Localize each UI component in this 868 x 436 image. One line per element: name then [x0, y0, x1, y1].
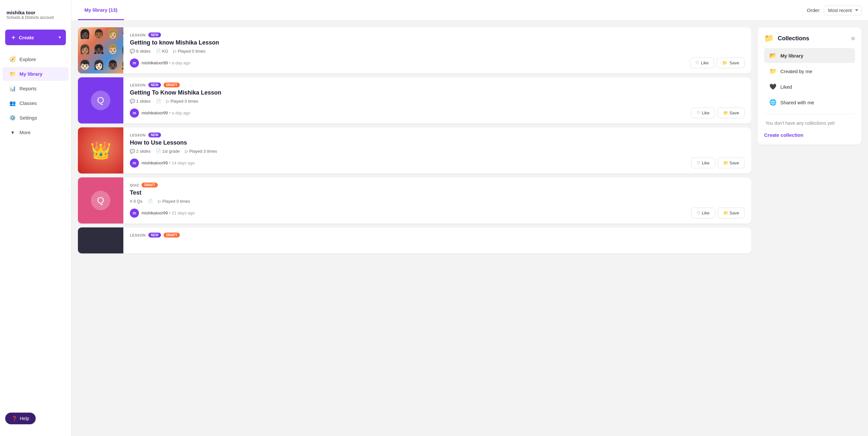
collections-title: Collections — [778, 35, 847, 42]
lesson-thumbnail: Q — [78, 177, 123, 224]
like-button[interactable]: ♡ Like — [690, 58, 714, 68]
collection-nav-label: Created by me — [780, 68, 812, 74]
badge-draft: DRAFT — [142, 182, 158, 187]
footer-actions: ♡ Like 📁 Save — [691, 108, 745, 118]
lesson-title: Getting To Know Mishika Lesson — [130, 89, 745, 96]
avatar: m — [130, 58, 139, 67]
create-button[interactable]: ＋ Create ▾ — [5, 30, 66, 45]
avatar: m — [130, 158, 139, 168]
like-button[interactable]: ♡ Like — [691, 108, 715, 118]
sidebar-item-classes[interactable]: 👥 Classes — [3, 96, 68, 110]
like-button[interactable]: ♡ Like — [691, 208, 715, 218]
open-folder-icon: 📂 — [769, 52, 776, 59]
lesson-meta: 💬 2 slides 📄 1st grade ▷ Played 3 times — [130, 149, 745, 154]
sidebar-item-label: Classes — [20, 100, 37, 106]
badge-new: NEW — [148, 233, 161, 237]
badge-new: NEW — [148, 133, 161, 138]
collection-nav-liked[interactable]: 🖤 Liked — [764, 79, 855, 94]
save-button[interactable]: 📁 Save — [718, 157, 745, 168]
question-icon: ❓ — [12, 416, 17, 421]
sidebar-item-my-library[interactable]: 📁 My library — [3, 67, 68, 81]
user-name: mishika toor — [6, 10, 65, 15]
table-row: Q LESSON NEW DRAFT Getting To Know Mishi… — [78, 77, 751, 123]
lesson-type: LESSON — [130, 33, 146, 37]
footer-actions: ♡ Like 📁 Save — [690, 58, 745, 68]
settings-icon: ⚙️ — [9, 115, 16, 121]
library-icon: 📁 — [9, 71, 16, 77]
collection-nav-shared-with-me[interactable]: 🌐 Shared with me — [764, 95, 855, 110]
lesson-body: QUIZ DRAFT Test ≡ 0 Qs 📄 ▷ Played 0 time… — [123, 177, 751, 224]
tab-my-library[interactable]: My library (13) — [78, 1, 124, 20]
lesson-type-row: LESSON NEW DRAFT — [130, 83, 745, 87]
collection-nav-label: Shared with me — [780, 100, 814, 105]
sidebar-item-explore[interactable]: 🧭 Explore — [3, 52, 68, 66]
like-button[interactable]: ♡ Like — [691, 157, 715, 168]
sidebar-item-reports[interactable]: 📊 Reports — [3, 82, 68, 95]
author-name: mishikatoor99 — [142, 60, 168, 65]
lesson-type: LESSON — [130, 133, 146, 137]
slides-count: 💬 2 slides — [130, 149, 151, 154]
crown-illustration: 👑 — [90, 141, 111, 161]
help-label: Help — [20, 416, 29, 421]
time-ago: • a day ago — [169, 111, 190, 115]
chevron-down-icon[interactable]: ⊙ — [851, 36, 855, 41]
order-select[interactable]: Most recent Oldest A-Z Z-A — [824, 5, 862, 15]
sidebar-item-label: Reports — [20, 86, 37, 91]
save-button[interactable]: 📁 Save — [718, 108, 745, 118]
avatar: m — [130, 109, 139, 118]
save-button[interactable]: 📁 Save — [717, 58, 745, 68]
lesson-type-row: LESSON NEW — [130, 32, 745, 37]
collection-nav-label: Liked — [780, 84, 792, 90]
user-info: mishika toor Schools & Districts account — [0, 6, 71, 26]
collection-nav-my-library[interactable]: 📂 My library — [764, 48, 855, 63]
time-ago: • 14 days ago — [169, 161, 195, 165]
lesson-thumbnail: 👩🏿 👨🏾 👩🏼 👨🏻 👩🏽 👧🏿 👨🏼 👩🏾 👦🏻 👩🏻 👨🏿 👧🏽 — [78, 27, 123, 74]
save-button[interactable]: 📁 Save — [718, 208, 745, 218]
create-collection-link[interactable]: Create collection — [764, 132, 803, 138]
slides-count: 💬 1 slides — [130, 99, 151, 104]
played-count: ▷ Played 0 times — [158, 199, 190, 204]
grade-level: 📄 — [148, 199, 153, 204]
time-ago: • a day ago — [169, 60, 190, 65]
table-row: LESSON NEW DRAFT — [78, 227, 751, 254]
footer-actions: ♡ Like 📁 Save — [691, 208, 745, 218]
lesson-footer: m mishikatoor99 • 21 days ago ♡ Like 📁 S… — [130, 208, 745, 218]
qs-count: ≡ 0 Qs — [130, 199, 143, 204]
sidebar: mishika toor Schools & Districts account… — [0, 0, 71, 436]
lesson-meta: 💬 1 slides 📄 ▷ Played 0 times — [130, 99, 745, 104]
sidebar-bottom: ❓ Help — [0, 407, 71, 430]
author-name: mishikatoor99 — [142, 161, 168, 165]
lesson-thumbnail: Q — [78, 77, 123, 123]
sidebar-item-settings[interactable]: ⚙️ Settings — [3, 111, 68, 125]
quizz-logo-icon: Q — [91, 191, 111, 210]
grade-level: 📄 — [156, 99, 161, 104]
collection-nav-created-by-me[interactable]: 📁 Created by me — [764, 64, 855, 79]
lesson-footer: m mishikatoor99 • a day ago ♡ Like 📁 Sav… — [130, 108, 745, 118]
header-tabs: My library (13) Order: Most recent Oldes… — [71, 0, 868, 21]
collections-empty-text: You don't have any collections yet! — [764, 118, 855, 128]
sidebar-item-more[interactable]: ▾ More — [3, 125, 68, 139]
chevron-down-icon: ▾ — [59, 35, 61, 40]
badge-draft: DRAFT — [164, 83, 180, 87]
sidebar-item-label: Settings — [20, 115, 37, 120]
folder-icon: 📁 — [764, 34, 774, 43]
help-button[interactable]: ❓ Help — [5, 413, 36, 424]
collection-nav-label: My library — [780, 53, 803, 58]
sidebar-item-label: Explore — [20, 57, 36, 62]
lesson-footer: m mishikatoor99 • a day ago ♡ Like 📁 Sav… — [130, 58, 745, 68]
lesson-thumbnail: 👑 — [78, 127, 123, 174]
user-subtitle: Schools & Districts account — [6, 15, 65, 20]
create-label: Create — [19, 35, 34, 40]
table-row: 👑 LESSON NEW How to Use Lessons 💬 2 slid… — [78, 127, 751, 174]
footer-actions: ♡ Like 📁 Save — [691, 157, 745, 168]
lesson-type-row: LESSON NEW DRAFT — [130, 233, 745, 237]
badge-draft: DRAFT — [164, 233, 180, 237]
collections-header: 📁 Collections ⊙ — [764, 34, 855, 43]
main-content: My library (13) Order: Most recent Oldes… — [71, 0, 868, 436]
played-count: ▷ Played 3 times — [185, 149, 217, 154]
lesson-body: LESSON NEW DRAFT — [123, 227, 751, 254]
quizz-logo-icon: Q — [91, 91, 111, 110]
lesson-type-row: QUIZ DRAFT — [130, 182, 745, 187]
explore-icon: 🧭 — [9, 56, 16, 62]
lesson-meta: 💬 8 slides 📄 KG ▷ Played 0 times — [130, 49, 745, 54]
